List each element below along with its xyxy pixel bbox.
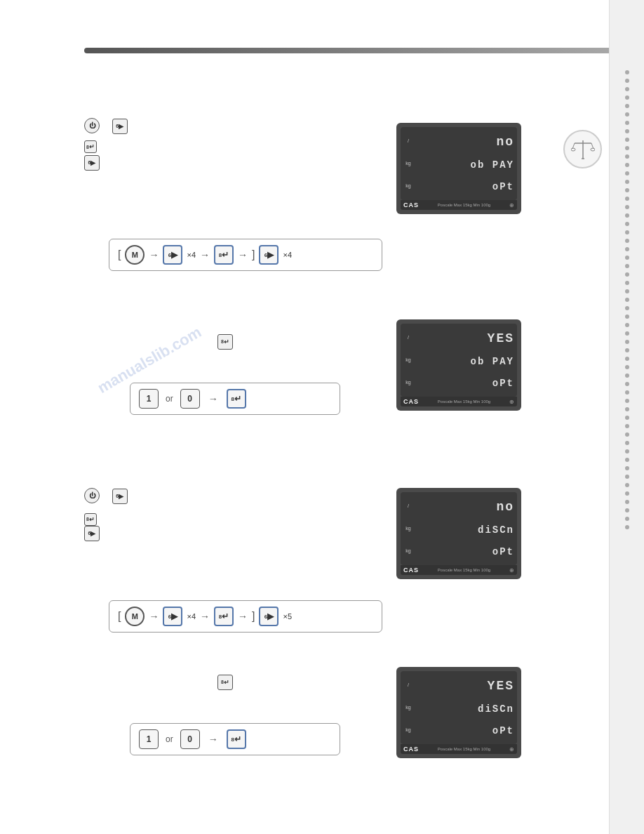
kg-label-top-4: kg [405,705,410,710]
scale-bottom-info-2: Poscale Max 15kg Min 100g [438,399,490,404]
scale-row1-text-3: no [496,500,514,514]
scale-bottom-bar-4: CAS Poscale Max 15kg Min 100g ⊕ [401,744,517,754]
kg-label-top-3: kg [405,526,410,531]
scale-row1-text-1: no [496,135,514,149]
sidebar-dot [625,416,629,420]
section3-desc: ⏻ 6▶ [84,488,128,504]
key-6b-1: 6▶ [259,245,279,265]
balance-icon [563,130,602,168]
sidebar-dot [625,95,629,100]
key-1-2: 1 [139,389,159,409]
key-8-2: 8↵ [227,389,246,409]
sidebar-dot [625,373,629,378]
scale-left-labels-4: / kg kg [401,671,416,744]
enter-key-s4: 8↵ [217,675,233,690]
m-btn-1: M [125,245,145,265]
arrow3-3: → [238,611,248,622]
sequence-box-3: [ M → 6▶ ×4 → 8↵ → ] 6▶ ×5 [109,600,382,633]
arrow-4: → [208,734,218,745]
top-bar [84,48,630,53]
slash-label-1: / [408,138,409,144]
scale-bottom-bar-2: CAS Poscale Max 15kg Min 100g ⊕ [401,397,517,406]
sidebar-dot [625,466,629,470]
scale-display-4: / kg kg YES diSCn oPt CAS Poscale Max 15… [396,667,521,758]
bracket-close-1: ] [252,249,255,261]
sidebar-dot [625,256,629,260]
kg-label-bot-3: kg [405,548,410,554]
sidebar-dot [625,432,629,437]
power-key-s3: ⏻ [84,488,100,503]
sidebar-dot [625,365,629,369]
arrow2-1: → [200,249,210,260]
key-6b-3: 6▶ [259,607,279,626]
kg-label-top-1: kg [405,161,410,166]
sequence-box-1: [ M → 6▶ ×4 → 8↵ → ] 6▶ ×4 [109,239,382,271]
slash-label-2: / [408,335,409,340]
sidebar-dot [625,281,629,285]
sidebar-dot [625,298,629,302]
section3-subkey2: 6▶ [84,525,100,541]
scale-display-1: / kg kg no ob PAY oPt CAS Poscale Max 15… [396,123,521,214]
section4-desc: 8↵ [217,674,233,690]
scale-row3-text-2: oPt [492,378,514,389]
kg-label-bot-4: kg [405,727,410,733]
six-arrow-key-s1: 6▶ [84,155,100,171]
sidebar-dot [625,382,629,386]
sidebar-dot [625,315,629,319]
scale-display-3: / kg kg no diSCn oPt CAS Poscale Max 15k… [396,488,521,579]
slash-label-4: / [408,682,409,688]
key-8-4: 8↵ [227,729,246,749]
sidebar-dot [625,222,629,226]
svg-point-4 [571,148,575,151]
or-text-2: or [166,394,173,404]
cas-logo-3: CAS [403,567,419,574]
sidebar-dot [625,163,629,167]
scale-row1-text-4: YES [488,679,514,693]
mode-key-s1: 6▶ [112,119,128,134]
times-4-3: ×4 [187,612,196,621]
section2-desc: 8↵ [217,333,233,350]
key-8-3: 8↵ [214,607,234,626]
scale-row1-text-2: YES [488,331,514,345]
arrow1-1: → [149,249,159,260]
sidebar-dot [625,171,629,176]
scale-row3-text-4: oPt [492,725,514,736]
six-arrow-key-s3: 6▶ [84,526,100,541]
bracket-open-3: [ [118,610,121,623]
sidebar-dot [625,449,629,454]
sidebar-dot [625,121,629,125]
section1-subkey: 6▶ [84,154,100,171]
arrow3-1: → [238,249,248,260]
key-0-4: 0 [180,729,200,749]
m-btn-3: M [125,607,145,626]
sidebar-dot [625,357,629,361]
times-4-1: ×4 [187,251,196,259]
sequence-box-2: 1 or 0 → 8↵ [130,383,340,415]
sidebar-dot [625,441,629,445]
sequence-box-4: 1 or 0 → 8↵ [130,723,340,755]
key-1-4: 1 [139,729,159,749]
scale-row2-text-1: ob PAY [471,159,514,171]
sidebar-dot [625,525,629,529]
scale-left-labels-2: / kg kg [401,324,416,397]
kg-label-bot-2: kg [405,380,410,385]
kg-label-top-2: kg [405,357,410,363]
bracket-close-3: ] [252,610,255,623]
scale-display-area-4: YES diSCn oPt [416,671,517,744]
sidebar-dot [625,390,629,395]
key-6-3: 6▶ [163,607,182,626]
sidebar-dot [625,289,629,293]
svg-point-5 [591,148,595,151]
times-4b-1: ×4 [283,251,292,259]
sidebar-dot [625,112,629,117]
enter-key-s1-small: 8↵ [84,140,97,153]
scale-row3-text-1: oPt [492,181,514,192]
sidebar-dot [625,205,629,209]
sidebar-dot [625,239,629,243]
sidebar-dot [625,213,629,218]
mode-key-s3: 6▶ [112,489,128,504]
scale-display-2: / kg kg YES ob PAY oPt CAS Poscale Max 1… [396,319,521,411]
scale-row2-text-4: diSCn [478,703,514,715]
bracket-open-1: [ [118,249,121,261]
scale-left-labels-3: / kg kg [401,492,416,565]
